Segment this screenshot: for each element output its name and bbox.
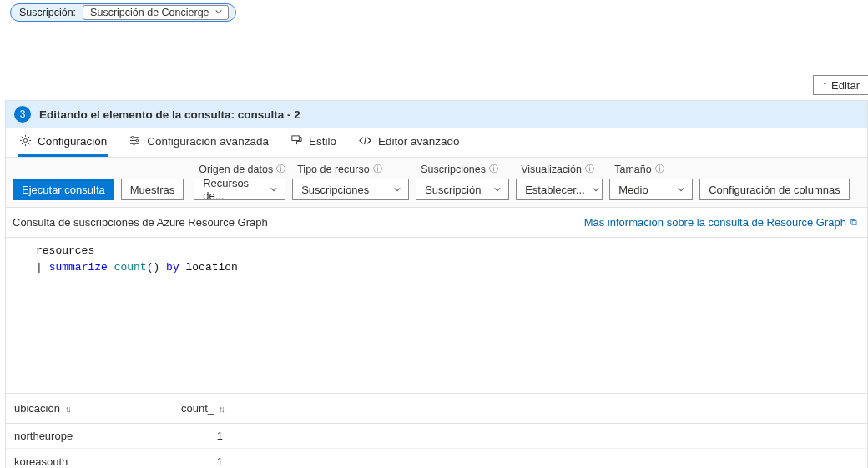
subscription-label: Suscripción:	[19, 7, 76, 18]
query-description: Consulta de suscripciones de Azure Resou…	[13, 216, 268, 229]
size-label: Tamaño ⓘ	[609, 163, 693, 175]
datasource-select[interactable]: Recursos de...	[194, 179, 285, 200]
restype-group: Tipo de recurso ⓘ Suscripciones	[292, 163, 409, 200]
chevron-down-icon	[592, 184, 600, 196]
code-icon	[358, 134, 372, 149]
subs-group: Suscripciones ⓘ Suscripción	[416, 163, 509, 200]
select-value: Medio	[618, 184, 648, 196]
tab-label: Editor avanzado	[378, 135, 460, 148]
tabs-row: Configuración Configuración avanzada Est…	[5, 128, 868, 158]
run-query-button[interactable]: Ejecutar consulta	[13, 179, 114, 200]
viz-label: Visualización ⓘ	[516, 163, 603, 175]
svg-point-3	[134, 142, 136, 144]
info-icon: ⓘ	[585, 163, 594, 175]
tab-label: Configuración	[38, 135, 107, 148]
datasource-label: Origen de datos ⓘ	[194, 163, 285, 175]
edit-banner: 3 Editando el elemento de la consulta: c…	[5, 100, 868, 128]
chevron-down-icon	[677, 184, 685, 196]
cell-count: 1	[156, 430, 223, 442]
link-text: Más información sobre la consulta de Res…	[584, 216, 846, 229]
svg-point-0	[23, 138, 27, 142]
select-value: Suscripción	[425, 184, 481, 196]
svg-point-1	[132, 136, 134, 138]
chevron-down-icon	[393, 184, 401, 196]
viz-select[interactable]: Establecer...	[516, 179, 603, 200]
results-table: ubicación ↑↓ count_↑↓ northeurope 1 kore…	[5, 394, 868, 468]
query-subheader: Consulta de suscripciones de Azure Resou…	[5, 208, 868, 237]
svg-rect-4	[292, 135, 299, 140]
col-header-count[interactable]: count_↑↓	[156, 402, 223, 415]
code-line-2: | summarize count() by location	[36, 259, 860, 276]
cell-location: koreasouth	[14, 455, 156, 468]
chevron-down-icon	[214, 7, 223, 18]
table-row[interactable]: koreasouth 1	[6, 449, 867, 468]
select-value: Recursos de...	[203, 177, 263, 202]
pencil-icon: ↑	[822, 79, 827, 91]
code-line-1: resources	[36, 243, 860, 259]
cell-location: northeurope	[14, 430, 156, 442]
size-group: Tamaño ⓘ Medio	[609, 163, 693, 200]
datasource-group: Origen de datos ⓘ Recursos de...	[194, 163, 285, 200]
tab-configuracion[interactable]: Configuración	[18, 128, 108, 157]
info-icon: ⓘ	[655, 163, 664, 175]
columns-config-button[interactable]: Configuración de columnas	[699, 179, 850, 200]
step-number: 3	[20, 108, 26, 120]
more-info-link[interactable]: Más información sobre la consulta de Res…	[584, 216, 857, 229]
results-header: ubicación ↑↓ count_↑↓	[6, 394, 867, 424]
subs-label: Suscripciones ⓘ	[416, 163, 509, 175]
edit-label: Editar	[831, 79, 860, 92]
info-icon: ⓘ	[489, 163, 498, 175]
select-value: Establecer...	[525, 184, 585, 196]
code-editor[interactable]: resources | summarize count() by locatio…	[5, 237, 868, 394]
banner-title: Editando el elemento de la consulta: con…	[39, 108, 300, 121]
tab-avanzada[interactable]: Configuración avanzada	[127, 128, 270, 157]
spacer: ↑ Editar	[0, 25, 868, 100]
samples-label: Muestras	[130, 184, 174, 196]
edit-button[interactable]: ↑ Editar	[813, 75, 868, 95]
columns-group: - Configuración de columnas	[699, 164, 850, 200]
subs-select[interactable]: Suscripción	[416, 179, 509, 200]
restype-label: Tipo de recurso ⓘ	[292, 163, 409, 175]
tab-label: Configuración avanzada	[147, 135, 269, 148]
select-value: Suscripciones	[301, 184, 369, 196]
sliders-icon	[129, 134, 141, 149]
step-circle: 3	[14, 106, 31, 123]
samples-button[interactable]: Muestras	[121, 179, 184, 200]
tab-estilo[interactable]: Estilo	[289, 128, 338, 157]
run-group: - Ejecutar consulta - Muestras	[13, 164, 184, 200]
gear-icon	[19, 134, 32, 149]
tab-label: Estilo	[309, 135, 336, 148]
subscription-pill[interactable]: Suscripción: Suscripción de Concierge	[10, 3, 236, 22]
table-row[interactable]: northeurope 1	[6, 424, 867, 449]
external-link-icon: ⧉	[850, 217, 857, 228]
subscription-value: Suscripción de Concierge	[90, 7, 209, 18]
chevron-down-icon	[493, 184, 502, 196]
paint-icon	[290, 134, 303, 149]
size-select[interactable]: Medio	[609, 179, 693, 200]
svg-point-2	[136, 139, 139, 142]
columns-label: Configuración de columnas	[709, 184, 840, 196]
chevron-down-icon	[270, 184, 278, 196]
sort-icon: ↑↓	[65, 404, 69, 414]
restype-select[interactable]: Suscripciones	[292, 179, 409, 200]
subscription-select[interactable]: Suscripción de Concierge	[83, 5, 228, 20]
col-header-location[interactable]: ubicación ↑↓	[14, 402, 156, 415]
sort-icon: ↑↓	[219, 404, 223, 414]
info-icon: ⓘ	[373, 163, 382, 175]
info-icon: ⓘ	[276, 163, 285, 175]
viz-group: Visualización ⓘ Establecer...	[516, 163, 603, 200]
tab-editor[interactable]: Editor avanzado	[356, 128, 462, 157]
cell-count: 1	[156, 455, 223, 468]
top-bar: Suscripción: Suscripción de Concierge	[0, 0, 868, 25]
controls-row: - Ejecutar consulta - Muestras Origen de…	[5, 158, 868, 208]
run-label: Ejecutar consulta	[22, 184, 105, 196]
